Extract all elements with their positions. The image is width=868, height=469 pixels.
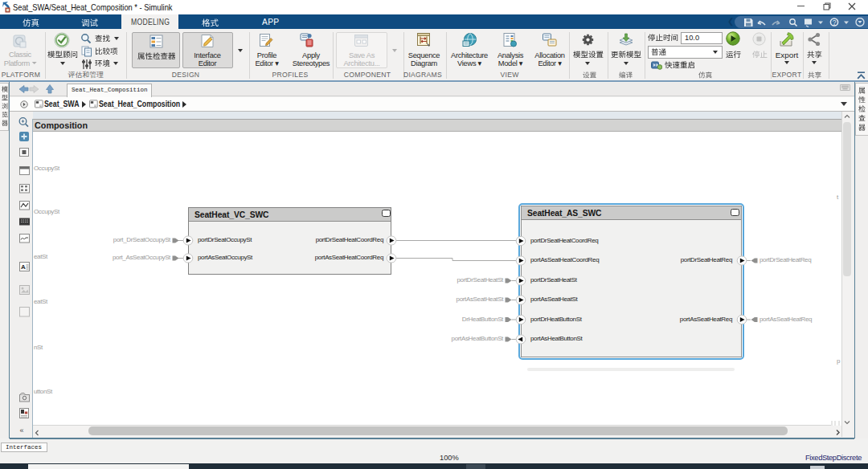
svg-text:A: A [21, 263, 26, 271]
svg-text:«: « [20, 426, 24, 434]
svg-text:?: ? [833, 18, 837, 26]
